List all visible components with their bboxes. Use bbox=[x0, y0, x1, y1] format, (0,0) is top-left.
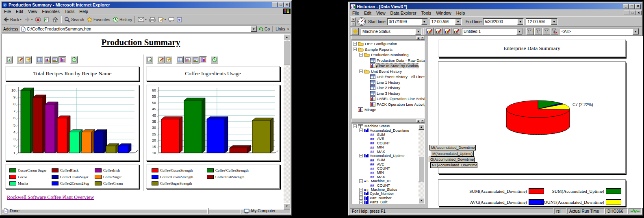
tree-item-label[interactable]: Machine Status bbox=[364, 124, 390, 128]
tree-item-production-monitoring[interactable]: −Production Monitoring bbox=[351, 52, 425, 58]
mail-button[interactable]: ▾ bbox=[137, 15, 148, 24]
expand-icon[interactable]: + bbox=[359, 196, 363, 200]
pane-collapse-button[interactable]: ▲ bbox=[416, 119, 420, 122]
refresh-button[interactable] bbox=[42, 15, 51, 24]
menu-file[interactable]: File bbox=[350, 11, 362, 15]
menu-edit[interactable]: Edit bbox=[362, 11, 374, 15]
forward-button[interactable]: ▾ bbox=[23, 15, 34, 24]
new-dataset-button[interactable] bbox=[351, 28, 359, 35]
tree-item-min[interactable]: ##MIN bbox=[351, 145, 425, 149]
tree-item-label[interactable]: Mirage bbox=[364, 107, 376, 112]
tree-item-unit-event-history-all-lines[interactable]: Unit Event History - All Lines bbox=[351, 74, 425, 80]
tree-item-label[interactable]: SUM bbox=[377, 133, 385, 137]
menu-view[interactable]: View bbox=[26, 9, 40, 14]
dropdown-arrow[interactable]: ▾ bbox=[20, 18, 22, 21]
tree-item-label[interactable]: Unit Event History bbox=[371, 69, 402, 74]
tree-item-label[interactable]: Machine_ID bbox=[371, 179, 390, 183]
tree-item-label[interactable]: LABEL Operation Line Activity bbox=[377, 96, 425, 101]
chart-style-button-4[interactable] bbox=[452, 28, 460, 35]
home-button[interactable] bbox=[51, 15, 60, 24]
tree-item-mirage[interactable]: Mirage bbox=[351, 107, 425, 113]
tree-item-max[interactable]: ##MAX bbox=[351, 149, 425, 153]
chart-stack-button[interactable] bbox=[192, 56, 199, 63]
messenger-button[interactable] bbox=[176, 15, 183, 24]
scroll-thumb[interactable] bbox=[284, 41, 290, 65]
expand-icon[interactable]: + bbox=[359, 188, 363, 192]
close-button[interactable]: ✕ bbox=[284, 2, 290, 7]
collapse-icon[interactable]: − bbox=[359, 154, 363, 157]
scroll-up-button[interactable]: ▲ bbox=[418, 124, 424, 130]
chart-col-button[interactable] bbox=[43, 56, 51, 63]
tree-item-label[interactable]: MIN bbox=[377, 145, 384, 149]
tree-item-machine-status[interactable]: +abMachine_Status bbox=[351, 187, 425, 192]
historian-titlebar[interactable]: Historian - [Data View3 *] _ □ ✕ bbox=[350, 3, 642, 9]
tree-item-unit-event-history[interactable]: −Unit Event History bbox=[351, 69, 425, 74]
tree-item-sample-reports[interactable]: −Sample Reports bbox=[351, 47, 425, 52]
chart-multi-button[interactable] bbox=[59, 56, 66, 63]
tree-item-ave[interactable]: ##AVE bbox=[351, 162, 425, 166]
pane-collapse-button[interactable]: ▲ bbox=[416, 36, 420, 39]
menu-data-explorer[interactable]: Data Explorer bbox=[388, 11, 419, 15]
grid-button[interactable] bbox=[36, 56, 43, 63]
collapse-icon[interactable]: − bbox=[359, 53, 363, 57]
tree-item-ave[interactable]: ##AVE bbox=[351, 137, 425, 141]
tree-item-label[interactable]: AVE bbox=[377, 137, 384, 141]
tree-pane-header[interactable]: ▲ ✕ bbox=[351, 119, 425, 123]
tree-item-sum[interactable]: ##SUM bbox=[351, 133, 425, 137]
tree-item-max[interactable]: ##MAX bbox=[351, 175, 425, 179]
filter-button-4[interactable] bbox=[551, 28, 558, 35]
tree-item-label[interactable]: Line 2 History bbox=[377, 85, 400, 90]
doc-export-button[interactable] bbox=[146, 56, 153, 63]
scroll-up-button[interactable]: ▲ bbox=[284, 34, 290, 40]
tree-item-label[interactable]: Accumulated_Downtime bbox=[370, 129, 409, 133]
tree-item-label-operation-line-activity[interactable]: LABEL Operation Line Activity bbox=[351, 96, 425, 102]
time-compass-icon[interactable] bbox=[357, 17, 366, 26]
menu-tools[interactable]: Tools bbox=[419, 11, 434, 15]
tree-item-parts-built[interactable]: +Parts_Built bbox=[351, 200, 425, 204]
tree-item-label[interactable]: Sample Reports bbox=[365, 47, 392, 52]
collapse-icon[interactable]: − bbox=[353, 124, 357, 128]
close-button[interactable]: ✕ bbox=[635, 4, 641, 9]
start-time-combo[interactable]: 12:00 AM▼ bbox=[430, 18, 462, 25]
dropdown-arrow[interactable]: ▾ bbox=[31, 18, 33, 21]
tree-scrollbar[interactable]: ▲ ▼ bbox=[418, 124, 424, 203]
menu-help[interactable]: Help bbox=[77, 9, 91, 14]
overview-link[interactable]: Rockwell Software Coffee Plant Overview bbox=[7, 194, 94, 201]
expand-icon[interactable]: + bbox=[359, 201, 363, 204]
chart-stack-button[interactable] bbox=[51, 56, 59, 63]
tree-item-label[interactable]: Accumulated_Uptime bbox=[370, 154, 405, 158]
minimize-button[interactable]: _ bbox=[272, 2, 278, 7]
tree-item-label[interactable]: Line 1 History bbox=[377, 80, 400, 85]
address-input[interactable]: e C:\CoffeeProductionSummary.htm ▼ bbox=[20, 26, 257, 32]
tree-item-label[interactable]: PACK Operation Line Activity bbox=[377, 102, 425, 107]
tree-item-label[interactable]: Line 3 History bbox=[377, 91, 400, 96]
tree-item-label[interactable]: Production Monitoring bbox=[371, 52, 408, 57]
mdi-close-button[interactable]: ✕ bbox=[636, 11, 642, 15]
tree-item-sum[interactable]: ##SUM bbox=[351, 158, 425, 162]
filter-button-2[interactable] bbox=[534, 28, 542, 35]
discuss-button[interactable] bbox=[167, 15, 176, 24]
filter-combo[interactable]: <All>▼ bbox=[560, 28, 639, 35]
tree-item-label[interactable]: Machine_Status bbox=[371, 187, 397, 192]
collapse-icon[interactable]: − bbox=[359, 129, 363, 132]
tree-item-label[interactable]: Cycle_Number bbox=[370, 192, 394, 196]
menu-view[interactable]: View bbox=[374, 11, 388, 15]
note-pen2-button[interactable] bbox=[165, 56, 172, 63]
print-button[interactable] bbox=[148, 15, 157, 24]
links-button[interactable]: Links » bbox=[274, 25, 291, 33]
note-pen-button[interactable] bbox=[157, 56, 165, 63]
filter-button-3[interactable] bbox=[542, 28, 550, 35]
tree-item-label[interactable]: OEE Configuration bbox=[365, 41, 397, 46]
tree-item-label[interactable]: SUM bbox=[377, 158, 385, 162]
end-date-combo[interactable]: 5/30/2000▼ bbox=[483, 18, 524, 25]
timer-button[interactable] bbox=[70, 56, 78, 63]
restore-button[interactable]: □ bbox=[629, 4, 635, 9]
history-button[interactable]: History bbox=[111, 15, 133, 24]
view-combo[interactable]: Untitled 1▼ bbox=[462, 28, 523, 35]
tree-item-pack-operation-line-activity[interactable]: PACK Operation Line Activity bbox=[351, 102, 425, 107]
tree-item-label[interactable]: Time In State By Station bbox=[377, 63, 418, 68]
chart-col-button[interactable] bbox=[184, 56, 191, 63]
tree-item-label[interactable]: MAX bbox=[377, 150, 385, 154]
edit-button[interactable]: ▾ bbox=[157, 15, 167, 24]
tree-item-min[interactable]: ##MIN bbox=[351, 170, 425, 174]
